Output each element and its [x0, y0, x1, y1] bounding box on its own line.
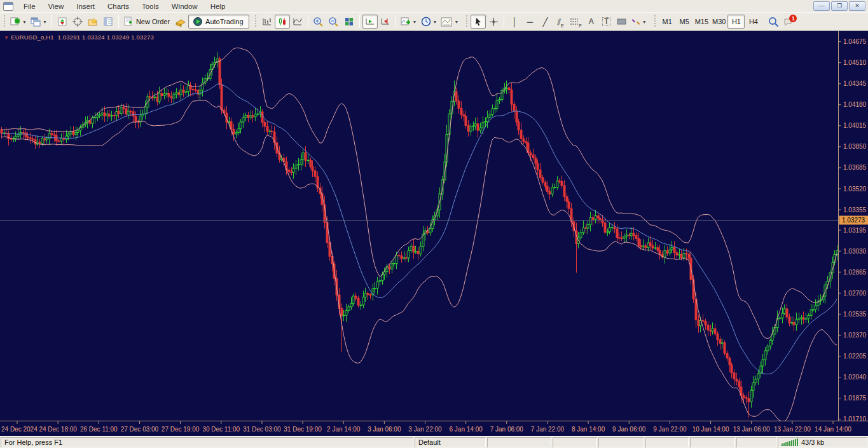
expert-advisors-button[interactable]: [173, 15, 188, 29]
separator: [396, 15, 396, 28]
period-m1-button[interactable]: M1: [659, 15, 676, 29]
profiles-icon: [31, 17, 41, 27]
svg-text:13 Jan 06:00: 13 Jan 06:00: [733, 426, 770, 433]
notification-badge: 1: [789, 15, 797, 22]
period-m15-button[interactable]: M15: [693, 15, 710, 29]
vertical-line-tool[interactable]: │: [507, 15, 522, 29]
candlestick-icon: [277, 17, 287, 27]
data-window-button[interactable]: [70, 15, 85, 29]
svg-text:1.04675: 1.04675: [843, 38, 867, 45]
shapes-tool[interactable]: [614, 15, 630, 29]
svg-text:31 Dec 19:00: 31 Dec 19:00: [284, 426, 322, 433]
status-profile[interactable]: Default: [415, 437, 486, 447]
templates-button[interactable]: ▼: [439, 15, 460, 29]
expert-hat-icon: [175, 17, 186, 27]
menu-view[interactable]: View: [42, 1, 71, 11]
period-h1-button[interactable]: H1: [727, 15, 745, 29]
text-tool[interactable]: A: [584, 15, 599, 29]
market-watch-button[interactable]: [55, 15, 70, 29]
terminal-icon: [103, 17, 113, 27]
chevron-down-icon: ▼: [413, 20, 417, 24]
zoom-out-button[interactable]: [326, 15, 341, 29]
periods-button[interactable]: ▼: [419, 15, 439, 29]
chart-window[interactable]: ▼EURUSD_o,H1 1.03281 1.03324 1.03249 1.0…: [0, 31, 868, 436]
zoom-in-icon: [313, 17, 324, 27]
svg-text:31 Dec 03:00: 31 Dec 03:00: [243, 426, 281, 433]
period-m30-button[interactable]: M30: [710, 15, 727, 29]
svg-text:14 Jan 14:00: 14 Jan 14:00: [815, 426, 851, 433]
separator: [52, 15, 52, 28]
menu-file[interactable]: File: [17, 1, 42, 11]
svg-text:1.01875: 1.01875: [843, 395, 867, 402]
toolbar-grip[interactable]: [3, 15, 6, 28]
terminal-button[interactable]: [100, 15, 116, 29]
profiles-button[interactable]: ▼: [29, 15, 49, 29]
period-h4-button[interactable]: H4: [745, 15, 762, 29]
period-m5-button[interactable]: M5: [676, 15, 693, 29]
status-cell-empty: [487, 437, 551, 447]
templates-icon: [441, 17, 452, 27]
menu-insert[interactable]: Insert: [70, 1, 101, 11]
horizontal-line-tool[interactable]: ─: [522, 15, 537, 29]
chart-title: ▼EURUSD_o,H1 1.03281 1.03324 1.03249 1.0…: [4, 34, 154, 41]
restore-button[interactable]: ❐: [831, 1, 848, 11]
vertical-line-icon: │: [512, 18, 517, 26]
cursor-icon: [474, 17, 483, 27]
chevron-down-icon: ▼: [642, 20, 647, 24]
auto-scroll-icon: [365, 17, 375, 27]
svg-text:1.03355: 1.03355: [843, 207, 867, 214]
menu-tools[interactable]: Tools: [135, 1, 165, 11]
svg-text:9 Jan 06:00: 9 Jan 06:00: [612, 426, 646, 433]
label-tool[interactable]: T: [599, 15, 614, 29]
market-watch-icon: [57, 17, 67, 27]
line-chart-button[interactable]: [290, 15, 305, 29]
chevron-down-icon: ▼: [454, 20, 458, 24]
status-cell-empty: [736, 437, 776, 447]
menu-window[interactable]: Window: [165, 1, 204, 11]
trendline-tool[interactable]: ╱: [537, 15, 553, 29]
svg-text:27 Dec 19:00: 27 Dec 19:00: [162, 426, 200, 433]
channel-letter: E: [561, 24, 564, 28]
navigator-button[interactable]: [85, 15, 100, 29]
svg-text:6 Jan 14:00: 6 Jan 14:00: [450, 426, 483, 433]
notifications-button[interactable]: 1: [781, 15, 796, 29]
indicators-icon: [401, 17, 411, 27]
channel-tool[interactable]: ⫽ E: [553, 15, 568, 29]
arrows-icon: [631, 18, 640, 26]
menu-help[interactable]: Help: [204, 1, 232, 11]
indicators-button[interactable]: ▼: [399, 15, 419, 29]
zoom-in-button[interactable]: [311, 15, 326, 29]
crosshair-icon: [489, 17, 499, 27]
autotrading-button[interactable]: AutoTrading: [188, 15, 249, 29]
toolbar-grip[interactable]: [254, 15, 258, 28]
svg-text:24 Dec 2024: 24 Dec 2024: [1, 426, 38, 433]
svg-text:9 Jan 22:00: 9 Jan 22:00: [653, 426, 687, 433]
svg-text:3 Jan 06:00: 3 Jan 06:00: [368, 426, 401, 433]
chevron-down-icon: ▼: [433, 20, 437, 24]
candlestick-chart-button[interactable]: [275, 15, 290, 29]
new-chart-button[interactable]: ▼: [8, 15, 29, 29]
new-order-button[interactable]: New Order: [121, 15, 173, 29]
minimize-button[interactable]: —: [813, 1, 830, 11]
toolbar-grip[interactable]: [654, 15, 657, 28]
cursor-tool-button[interactable]: [471, 15, 486, 29]
chart-shift-button[interactable]: [378, 15, 393, 29]
close-button[interactable]: ✕: [849, 1, 865, 11]
auto-scroll-button[interactable]: [362, 15, 378, 29]
tile-windows-button[interactable]: [341, 15, 357, 29]
arrows-tool[interactable]: ▼: [630, 15, 649, 29]
separator: [308, 15, 308, 28]
fibonacci-tool[interactable]: F: [568, 15, 583, 29]
status-cell-empty: [553, 437, 597, 447]
crosshair-tool-button[interactable]: [486, 15, 501, 29]
toolbar-grip[interactable]: [465, 15, 469, 28]
clock-icon: [421, 17, 431, 27]
status-cell-empty: [690, 437, 735, 447]
price-chart-canvas[interactable]: 1.046751.045101.043451.041801.040151.038…: [0, 31, 868, 436]
search-button[interactable]: [766, 15, 781, 29]
new-order-icon: [123, 17, 134, 27]
symbol-dropdown-icon[interactable]: ▼: [4, 35, 9, 41]
menu-charts[interactable]: Charts: [101, 1, 135, 11]
bar-chart-button[interactable]: [259, 15, 275, 29]
navigator-star-icon: [87, 17, 98, 27]
